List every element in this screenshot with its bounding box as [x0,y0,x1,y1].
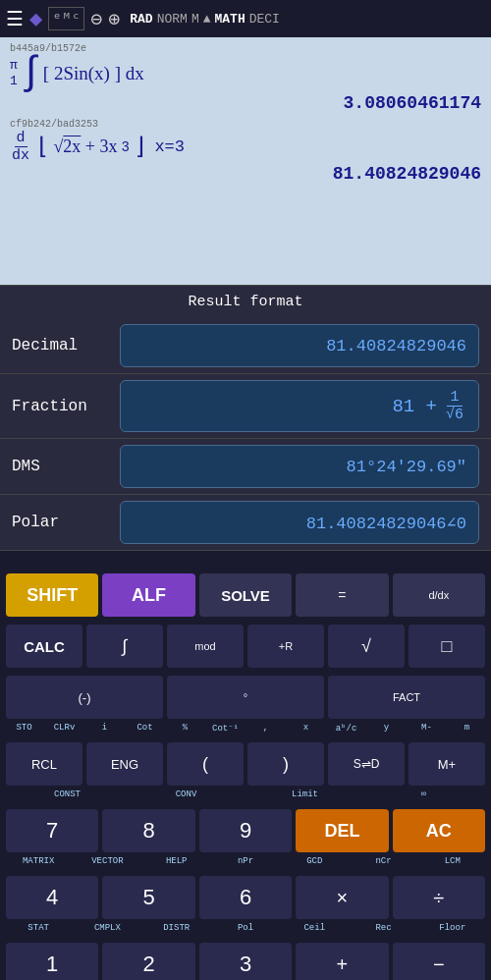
calc-button[interactable]: CALC [6,625,82,668]
mode-norm[interactable]: NORM [157,12,188,27]
sub-y: y [366,723,407,738]
sto-eq-button[interactable]: S⇌D [328,742,405,786]
ac-button[interactable]: AC [393,809,485,852]
rf-fraction-value: 81 + 1 √6 [120,380,479,432]
rcl-row: RCL ENG ( ) S⇌D M+ [0,738,491,789]
calc-row: CALC ∫ mod +R √ □ [0,621,491,672]
close-paren-button[interactable]: ) [247,742,324,786]
derivative-expression: d dx ⌊ √2x + 3x 3 ⌋ x=3 [10,130,481,164]
plus-circle-btn[interactable]: ⊕ [108,7,120,31]
diamond-icon: ◆ [29,6,42,32]
minus-button[interactable]: − [393,943,485,980]
entry1-result: 3.08060461174 [10,93,481,113]
sub-gcd: GCD [280,856,349,872]
menu-icon[interactable]: ☰ [6,7,24,31]
sub-limit: Limit [246,789,364,805]
integral-body: [ 2Sin(x) ] dx [43,63,144,84]
mode-math[interactable]: MATH [215,12,246,27]
negative-button[interactable]: (-) [6,676,163,719]
sub-lcm: LCM [418,856,487,872]
open-paren-button[interactable]: ( [167,742,244,786]
eng-button[interactable]: ENG [86,742,163,786]
alpha-button[interactable]: ALF [102,573,194,617]
deriv-at: x=3 [154,137,185,156]
btn-2[interactable]: 2 [102,943,194,980]
btn-6[interactable]: 6 [199,876,292,919]
sub-distr: DISTR [142,923,211,939]
sub-const: CONST [8,789,127,805]
sub-ceil: Ceil [280,923,349,939]
mod-button[interactable]: mod [167,625,244,668]
shift-button[interactable]: SHIFT [6,573,98,617]
minus-circle-btn[interactable]: ⊖ [90,7,102,31]
sublabel-row-2: CONST CONV Limit ∞ [0,789,491,805]
sub-cotinv: Cot⁻¹ [205,723,246,738]
solve-button[interactable]: SOLVE [199,573,292,617]
result-format-title: Result format [0,286,491,318]
degree-button[interactable]: ° [167,676,324,719]
sub-mminus: M- [407,723,447,738]
rf-fraction-item[interactable]: Fraction 81 + 1 √6 [0,374,491,439]
neg-row: (-) ° FACT [0,672,491,723]
mode-m[interactable]: M [191,12,199,27]
ddx-button[interactable]: d/dx [393,573,485,617]
sub-percent: % [165,723,205,738]
integral-lower: 1 [10,74,18,89]
sublabel-row-3: MATRIX VECTOR HELP nPr GCD nCr LCM [0,856,491,872]
rf-dms-value: 81°24'29.69" [120,445,479,488]
divide-button[interactable]: ÷ [393,876,485,919]
sub-stat: STAT [4,923,73,939]
sub-ncr: nCr [349,856,417,872]
sqrt-button[interactable]: √ [328,625,405,668]
sublabel-row-1: STO CLRv i Cot % Cot⁻¹ , x aᵇ/c y M- m [0,723,491,738]
btn-3[interactable]: 3 [199,943,292,980]
top-bar: ☰ ◆ ᵉᴹᶜ ⊖ ⊕ RAD NORM M ▲ MATH DECI [0,0,491,37]
rf-polar-item[interactable]: Polar 81.40824829046∠0 [0,495,491,551]
equals-sm-button[interactable]: = [296,573,388,617]
btn-4[interactable]: 4 [6,876,98,919]
sub-comma: , [246,723,286,738]
fraction-denominator: √6 [443,407,466,423]
rcl-button[interactable]: RCL [6,742,82,786]
rf-polar-label: Polar [12,514,120,531]
row-123: 1 2 3 + − [0,939,491,980]
btn-7[interactable]: 7 [6,809,98,852]
sub-ab: aᵇ/c [326,723,366,738]
fact-button[interactable]: FACT [328,676,485,719]
calculator-display: b445a9/b1572e π 1 ∫ [ 2Sin(x) ] dx 3.080… [0,37,491,322]
mode-rad[interactable]: RAD [130,12,152,27]
btn-5[interactable]: 5 [102,876,194,919]
rf-polar-value: 81.40824829046∠0 [120,501,479,544]
calc-mode-icon: ᵉᴹᶜ [48,7,84,30]
rf-decimal-item[interactable]: Decimal 81.40824829046 [0,318,491,374]
sub-sto: STO [4,723,44,738]
integral-upper: π [10,58,18,74]
sub-rec: Rec [349,923,417,939]
btn-9[interactable]: 9 [199,809,292,852]
mode-deci[interactable]: DECI [249,12,280,27]
rf-decimal-label: Decimal [12,337,120,354]
row-456: 4 5 6 × ÷ [0,872,491,923]
fraction-display: 1 √6 [443,389,466,423]
mode-triangle[interactable]: ▲ [203,12,211,27]
rf-dms-item[interactable]: DMS 81°24'29.69" [0,439,491,495]
del-button[interactable]: DEL [296,809,388,852]
calculator-keypad: SHIFT ALF SOLVE = d/dx CALC ∫ mod +R √ □ [0,570,491,980]
fraction-whole: 81 + [392,396,437,417]
sub-conv: CONV [127,789,246,805]
rf-dms-label: DMS [12,458,120,475]
deriv-numerator: d [15,130,27,147]
row-789: 7 8 9 DEL AC [0,805,491,856]
integral-button[interactable]: ∫ [86,625,163,668]
mplus-button[interactable]: M+ [409,742,485,786]
box-btn[interactable]: □ [409,625,485,668]
plusr-button[interactable]: +R [247,625,324,668]
plus-button[interactable]: + [296,943,388,980]
display-entry-2: cf9b242/bad3253 d dx ⌊ √2x + 3x 3 ⌋ x=3 … [10,119,481,184]
btn-1[interactable]: 1 [6,943,98,980]
sub-npr: nPr [211,856,280,872]
sub-i: i [84,723,125,738]
times-button[interactable]: × [296,876,388,919]
entry1-id: b445a9/b1572e [10,43,481,54]
btn-8[interactable]: 8 [102,809,194,852]
